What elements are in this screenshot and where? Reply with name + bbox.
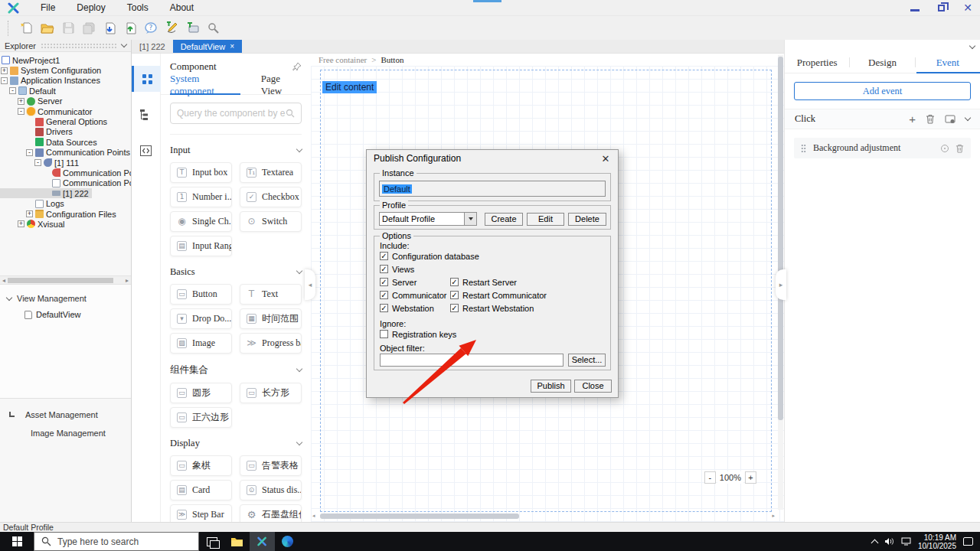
component-image[interactable]: ▨Image bbox=[170, 333, 232, 354]
option-restart-server[interactable]: ✓Restart Server bbox=[450, 277, 517, 287]
zoom-in-button[interactable]: + bbox=[745, 471, 756, 484]
checkbox-checked-icon[interactable]: ✓ bbox=[450, 278, 459, 286]
zoom-out-button[interactable]: - bbox=[704, 471, 716, 484]
canvas-horizontal-scrollbar[interactable]: ◂ ▸ bbox=[312, 513, 775, 519]
tray-expand-icon[interactable] bbox=[871, 539, 878, 546]
explorer-horizontal-scrollbar[interactable]: ◂ ▸ bbox=[0, 276, 131, 285]
pin-icon[interactable] bbox=[292, 62, 302, 71]
view-item-defaultview[interactable]: DefaultView bbox=[0, 308, 131, 321]
expander-icon[interactable]: + bbox=[26, 210, 33, 217]
tree-item-comm-point-options[interactable]: Communication Poin bbox=[0, 168, 131, 178]
editor-tab-222[interactable]: [1] 222 bbox=[132, 40, 173, 53]
tree-item-system-configuration[interactable]: +System Configuration bbox=[0, 65, 104, 75]
tree-item-comm-point-doc[interactable]: Communication Poin bbox=[0, 178, 131, 188]
component-alarm-table[interactable]: ▭告警表格 bbox=[240, 455, 302, 476]
expander-icon[interactable]: - bbox=[34, 159, 41, 166]
checkbox-checked-icon[interactable]: ✓ bbox=[380, 252, 388, 260]
taskbar-clock[interactable]: 10:19 AM 10/10/2025 bbox=[918, 533, 956, 550]
view-management-header[interactable]: View Management bbox=[0, 292, 131, 305]
menu-about[interactable]: About bbox=[159, 2, 204, 13]
profile-dropdown[interactable]: Default Profile bbox=[379, 212, 477, 226]
collapse-left-panel-handle[interactable]: ◂ bbox=[305, 269, 315, 300]
section-component-set[interactable]: 组件集合 bbox=[170, 364, 302, 377]
checkbox-checked-icon[interactable]: ✓ bbox=[380, 265, 388, 273]
task-view-button[interactable] bbox=[199, 532, 224, 551]
add-config-icon[interactable] bbox=[185, 21, 200, 36]
tab-page-view[interactable]: Page View bbox=[261, 73, 302, 97]
locate-icon[interactable] bbox=[941, 145, 949, 152]
expander-icon[interactable]: - bbox=[26, 149, 33, 156]
tree-item-drivers[interactable]: Drivers bbox=[0, 127, 76, 137]
expander-icon[interactable]: + bbox=[18, 220, 24, 227]
close-window-icon[interactable]: ✕ bbox=[963, 2, 972, 13]
click-event-group[interactable]: Click + bbox=[785, 109, 980, 129]
help-icon[interactable]: ? bbox=[143, 21, 158, 36]
component-step-bar[interactable]: ≫Step Bar bbox=[170, 504, 232, 522]
expander-icon[interactable]: + bbox=[1, 67, 8, 74]
option-server[interactable]: ✓Server bbox=[380, 277, 416, 287]
menu-file[interactable]: File bbox=[30, 2, 66, 13]
expander-icon[interactable]: + bbox=[18, 98, 24, 105]
action-background-adjustment[interactable]: Background adjustment bbox=[794, 138, 971, 158]
component-graphite-disc[interactable]: ⚙石墨盘组件 bbox=[240, 504, 302, 522]
tree-item-222-selected[interactable]: [1] 222 bbox=[0, 188, 92, 198]
component-number-input[interactable]: 1Number i... bbox=[170, 187, 232, 207]
expander-icon[interactable]: - bbox=[9, 87, 16, 94]
component-status-display[interactable]: ⊙Status dis... bbox=[240, 480, 302, 500]
start-button[interactable] bbox=[0, 532, 34, 551]
section-input[interactable]: Input bbox=[170, 145, 302, 156]
tree-item-server[interactable]: +Server bbox=[0, 96, 65, 106]
component-single-choice[interactable]: ◉Single Ch... bbox=[170, 211, 232, 232]
component-circle[interactable]: ▭圆形 bbox=[170, 383, 232, 403]
dropdown-arrow-icon[interactable] bbox=[464, 213, 476, 225]
collapse-chevron-icon[interactable] bbox=[965, 115, 971, 121]
component-search-box[interactable] bbox=[170, 103, 302, 124]
close-button[interactable]: Close bbox=[574, 380, 612, 393]
scroll-left-icon[interactable]: ◂ bbox=[312, 513, 315, 519]
delete-button[interactable]: Delete bbox=[568, 213, 606, 226]
scrollbar-thumb[interactable] bbox=[8, 278, 113, 283]
restore-icon[interactable] bbox=[938, 5, 945, 11]
tree-item-xvisual[interactable]: +Xvisual bbox=[0, 219, 67, 229]
menu-tools[interactable]: Tools bbox=[116, 2, 159, 13]
dialog-close-icon[interactable]: ✕ bbox=[593, 153, 618, 165]
speaker-icon[interactable] bbox=[884, 537, 894, 546]
tree-item-communicator[interactable]: -Communicator bbox=[0, 106, 96, 116]
explorer-menu-chevron-icon[interactable] bbox=[121, 41, 127, 47]
tab-event[interactable]: Event bbox=[916, 57, 980, 69]
collapse-right-panel-handle[interactable]: ▸ bbox=[776, 269, 786, 300]
scroll-right-icon[interactable]: ▸ bbox=[126, 277, 129, 284]
app-taskbar-button[interactable] bbox=[250, 532, 275, 551]
menu-deploy[interactable]: Deploy bbox=[66, 2, 116, 13]
tree-item-communication-points[interactable]: -Communication Points bbox=[0, 148, 131, 158]
close-tab-icon[interactable]: × bbox=[230, 42, 234, 51]
tree-item-default[interactable]: -Default bbox=[0, 86, 59, 96]
component-hexagon[interactable]: ▭正六边形 bbox=[170, 407, 232, 428]
section-display[interactable]: Display bbox=[170, 438, 302, 449]
instance-field[interactable]: Default bbox=[379, 181, 606, 197]
new-file-icon[interactable] bbox=[19, 21, 34, 36]
scrollbar-thumb[interactable] bbox=[320, 514, 519, 519]
component-button[interactable]: ▭Button bbox=[170, 284, 232, 305]
tree-item-configuration-files[interactable]: +Configuration Files bbox=[0, 209, 119, 219]
tab-properties[interactable]: Properties bbox=[785, 57, 849, 69]
breadcrumb-current[interactable]: Button bbox=[381, 55, 403, 64]
minimize-icon[interactable] bbox=[910, 9, 920, 11]
component-search-input[interactable] bbox=[177, 108, 286, 119]
option-restart-communicator[interactable]: ✓Restart Communicator bbox=[450, 290, 547, 300]
expander-icon[interactable]: - bbox=[18, 108, 24, 115]
delete-icon[interactable] bbox=[926, 114, 935, 124]
edge-button[interactable] bbox=[275, 532, 300, 551]
component-switch[interactable]: ⊙Switch bbox=[240, 211, 302, 232]
panel-menu-chevron-icon[interactable] bbox=[969, 43, 975, 49]
checkbox-checked-icon[interactable]: ✓ bbox=[380, 278, 388, 286]
dialog-title-bar[interactable]: Publish Configuration ✕ bbox=[367, 150, 618, 167]
tree-item-data-sources[interactable]: Data Sources bbox=[0, 137, 100, 147]
component-textarea[interactable]: T₁Textarea bbox=[240, 162, 302, 183]
scroll-right-icon[interactable]: ▸ bbox=[772, 513, 775, 519]
checkbox-checked-icon[interactable]: ✓ bbox=[450, 291, 459, 299]
collapse-chevron-icon[interactable] bbox=[6, 294, 12, 300]
asset-management-header[interactable]: Asset Management bbox=[0, 408, 131, 421]
search-tool-icon[interactable] bbox=[205, 21, 220, 36]
checkbox-checked-icon[interactable]: ✓ bbox=[380, 291, 388, 299]
